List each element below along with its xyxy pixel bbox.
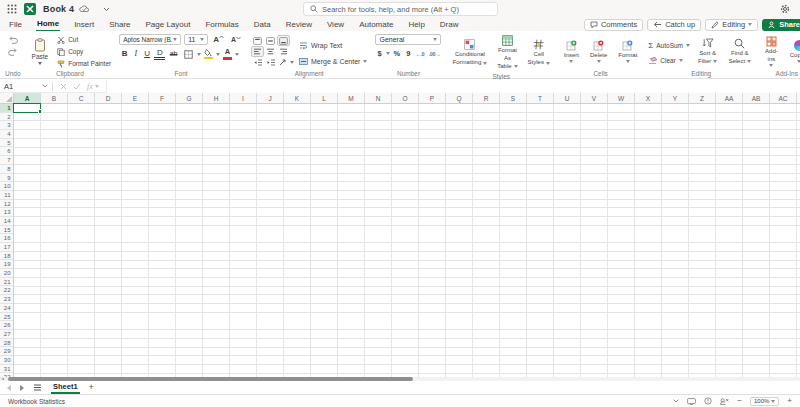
row-header-29[interactable]: 29 [0,347,13,356]
confirm-entry-icon[interactable] [73,83,81,90]
accounting-format-button[interactable]: $ [375,49,383,58]
catch-up-button[interactable]: Catch up [647,19,701,31]
title-chevron-icon[interactable] [103,7,110,12]
underline-button[interactable]: U [142,48,153,60]
column-header-i[interactable]: I [230,93,257,103]
menu-tab-automate[interactable]: Automate [358,19,394,31]
column-header-h[interactable]: H [203,93,230,103]
row-header-6[interactable]: 6 [0,147,13,156]
column-header-aa[interactable]: AA [716,93,743,103]
column-header-c[interactable]: C [68,93,95,103]
row-header-4[interactable]: 4 [0,130,13,139]
borders-button[interactable] [182,50,195,59]
row-header-20[interactable]: 20 [0,269,13,278]
font-size-select[interactable]: 11 [184,34,208,45]
column-header-b[interactable]: B [41,93,68,103]
decrease-decimal-button[interactable]: .00→ [428,51,442,57]
double-underline-button[interactable]: D [154,48,165,60]
fill-color-chevron-icon[interactable] [216,53,220,56]
row-header-21[interactable]: 21 [0,278,13,287]
row-header-28[interactable]: 28 [0,339,13,348]
sheet-tab-sheet1[interactable]: Sheet1 [51,382,80,394]
font-color-button[interactable]: A [222,48,233,60]
redo-button[interactable] [8,48,18,56]
strikethrough-button[interactable]: ab [167,48,180,60]
menu-tab-data[interactable]: Data [253,19,272,31]
active-cell-a1[interactable] [13,103,41,113]
column-header-t[interactable]: T [527,93,554,103]
excel-logo-icon[interactable] [24,3,36,15]
autosum-button[interactable]: Σ AutoSum [648,40,690,51]
accounting-chevron-icon[interactable] [386,52,390,55]
column-header-n[interactable]: N [365,93,392,103]
workbook-statistics-button[interactable]: Workbook Statistics [8,398,65,405]
merge-center-button[interactable]: Merge & Center [299,56,367,67]
wrap-text-button[interactable]: Wrap Text [299,40,367,51]
zoom-in-button[interactable]: + [787,397,792,405]
align-bottom-button[interactable] [277,35,290,46]
row-header-10[interactable]: 10 [0,182,13,191]
column-header-ab[interactable]: AB [743,93,770,103]
menu-tab-insert[interactable]: Insert [73,19,95,31]
cell-styles-button[interactable]: Cell Styles [525,38,553,68]
row-header-25[interactable]: 25 [0,313,13,322]
row-header-16[interactable]: 16 [0,234,13,243]
borders-chevron-icon[interactable] [197,53,201,56]
row-header-2[interactable]: 2 [0,113,13,122]
copilot-button[interactable]: Copilot [787,39,800,65]
saved-cloud-icon[interactable] [79,5,90,13]
row-header-1[interactable]: 1 [0,104,13,113]
row-header-24[interactable]: 24 [0,304,13,313]
workbook-title[interactable]: Book 4 [43,4,74,14]
align-center-button[interactable] [264,46,277,57]
status-menu-chevron-icon[interactable] [673,399,679,403]
row-header-13[interactable]: 13 [0,208,13,217]
column-header-a[interactable]: A [14,93,41,103]
menu-tab-formulas[interactable]: Formulas [204,19,239,31]
menu-tab-draw[interactable]: Draw [439,19,460,31]
column-header-v[interactable]: V [581,93,608,103]
sort-filter-button[interactable]: Sort & Filter [695,37,720,67]
increase-indent-button[interactable] [264,57,277,68]
next-sheet-icon[interactable] [20,385,24,391]
increase-decimal-button[interactable]: ←.0 [414,51,425,57]
comments-button[interactable]: Comments [584,19,643,31]
editing-mode-button[interactable]: Editing [705,19,758,31]
row-header-22[interactable]: 22 [0,286,13,295]
name-box[interactable]: A1 [0,80,52,93]
format-cells-button[interactable]: Format [615,39,640,65]
find-select-button[interactable]: Find & Select [725,37,754,67]
search-input[interactable]: Search for tools, help, and more (Alt + … [303,2,498,16]
delete-cells-button[interactable]: Delete [587,39,610,65]
row-header-11[interactable]: 11 [0,191,13,200]
share-button[interactable]: Share [762,19,800,31]
column-header-o[interactable]: O [392,93,419,103]
column-header-d[interactable]: D [95,93,122,103]
column-header-l[interactable]: L [311,93,338,103]
formula-input[interactable] [106,80,800,93]
cell-area[interactable] [14,104,800,377]
insert-function-button[interactable]: fx [87,82,99,91]
row-header-31[interactable]: 31 [0,365,13,374]
format-as-table-button[interactable]: Format As Table [494,34,520,72]
decrease-indent-button[interactable] [251,57,264,68]
addins-button[interactable]: Add-ins [762,35,781,68]
column-header-g[interactable]: G [176,93,203,103]
prev-sheet-icon[interactable] [7,385,11,391]
font-name-select[interactable]: Aptos Narrow (B... [119,34,181,45]
align-right-button[interactable] [277,46,290,57]
column-header-r[interactable]: R [473,93,500,103]
orientation-button[interactable] [277,57,290,68]
feedback-icon[interactable] [720,398,729,405]
align-left-button[interactable] [251,46,264,57]
help-icon[interactable] [704,397,712,405]
column-header-k[interactable]: K [284,93,311,103]
column-header-p[interactable]: P [419,93,446,103]
align-top-button[interactable] [251,35,264,46]
menu-tab-file[interactable]: File [8,19,23,31]
zoom-out-button[interactable]: − [737,397,742,405]
paste-button[interactable]: Paste [29,37,52,66]
fill-color-button[interactable] [203,49,214,60]
grow-font-button[interactable]: A [211,35,226,44]
format-painter-button[interactable]: Format Painter [57,58,111,69]
